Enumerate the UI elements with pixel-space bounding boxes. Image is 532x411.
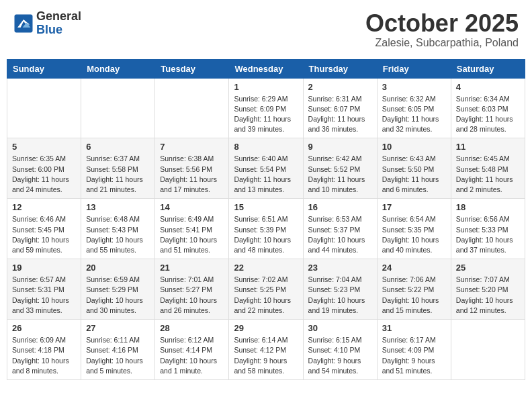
calendar-cell [7, 78, 81, 138]
day-header-sunday: Sunday [7, 59, 81, 78]
day-number: 24 [382, 263, 446, 273]
day-number: 25 [456, 263, 520, 273]
calendar-cell: 19Sunrise: 6:57 AM Sunset: 5:31 PM Dayli… [7, 259, 81, 320]
day-header-saturday: Saturday [451, 59, 525, 78]
calendar-cell: 26Sunrise: 6:09 AM Sunset: 4:18 PM Dayli… [7, 320, 81, 380]
day-info: Sunrise: 6:38 AM Sunset: 5:56 PM Dayligh… [160, 154, 224, 195]
calendar-cell: 8Sunrise: 6:40 AM Sunset: 5:54 PM Daylig… [229, 138, 303, 199]
day-number: 6 [86, 142, 150, 152]
day-number: 26 [12, 323, 76, 333]
day-number: 21 [160, 263, 224, 273]
day-number: 14 [160, 202, 224, 212]
calendar-cell: 10Sunrise: 6:43 AM Sunset: 5:50 PM Dayli… [377, 138, 451, 199]
calendar-cell: 9Sunrise: 6:42 AM Sunset: 5:52 PM Daylig… [303, 138, 377, 199]
calendar-cell: 5Sunrise: 6:35 AM Sunset: 6:00 PM Daylig… [7, 138, 81, 199]
calendar-cell [81, 78, 155, 138]
day-number: 12 [12, 202, 76, 212]
calendar-cell: 13Sunrise: 6:48 AM Sunset: 5:43 PM Dayli… [81, 199, 155, 259]
day-info: Sunrise: 6:57 AM Sunset: 5:31 PM Dayligh… [12, 275, 76, 316]
day-number: 2 [308, 82, 372, 92]
day-number: 28 [160, 323, 224, 333]
day-info: Sunrise: 6:11 AM Sunset: 4:16 PM Dayligh… [86, 335, 150, 376]
day-info: Sunrise: 6:56 AM Sunset: 5:33 PM Dayligh… [456, 214, 520, 255]
calendar-header-row: SundayMondayTuesdayWednesdayThursdayFrid… [7, 59, 525, 78]
calendar-cell: 31Sunrise: 6:17 AM Sunset: 4:09 PM Dayli… [377, 320, 451, 380]
day-number: 22 [234, 263, 298, 273]
logo-text: General Blue [36, 10, 81, 37]
day-header-tuesday: Tuesday [155, 59, 229, 78]
day-number: 1 [234, 82, 298, 92]
calendar-cell: 11Sunrise: 6:45 AM Sunset: 5:48 PM Dayli… [451, 138, 525, 199]
day-info: Sunrise: 6:37 AM Sunset: 5:58 PM Dayligh… [86, 154, 150, 195]
day-info: Sunrise: 7:01 AM Sunset: 5:27 PM Dayligh… [160, 275, 224, 316]
calendar-cell: 4Sunrise: 6:34 AM Sunset: 6:03 PM Daylig… [451, 78, 525, 138]
day-info: Sunrise: 7:04 AM Sunset: 5:23 PM Dayligh… [308, 275, 372, 316]
calendar-cell: 22Sunrise: 7:02 AM Sunset: 5:25 PM Dayli… [229, 259, 303, 320]
day-info: Sunrise: 6:46 AM Sunset: 5:45 PM Dayligh… [12, 214, 76, 255]
day-info: Sunrise: 6:42 AM Sunset: 5:52 PM Dayligh… [308, 154, 372, 195]
calendar-cell: 24Sunrise: 7:06 AM Sunset: 5:22 PM Dayli… [377, 259, 451, 320]
location-title: Zalesie, Subcarpathia, Poland [365, 37, 519, 49]
day-number: 19 [12, 263, 76, 273]
logo-blue: Blue [36, 24, 81, 37]
calendar-week-row: 12Sunrise: 6:46 AM Sunset: 5:45 PM Dayli… [7, 199, 525, 259]
day-info: Sunrise: 6:17 AM Sunset: 4:09 PM Dayligh… [382, 335, 446, 376]
svg-rect-0 [15, 14, 33, 32]
calendar-table: SundayMondayTuesdayWednesdayThursdayFrid… [7, 59, 525, 380]
day-number: 11 [456, 142, 520, 152]
calendar-week-row: 26Sunrise: 6:09 AM Sunset: 4:18 PM Dayli… [7, 320, 525, 380]
day-info: Sunrise: 6:09 AM Sunset: 4:18 PM Dayligh… [12, 335, 76, 376]
page-header: General Blue October 2025 Zalesie, Subca… [7, 7, 525, 52]
day-info: Sunrise: 6:53 AM Sunset: 5:37 PM Dayligh… [308, 214, 372, 255]
calendar-cell: 1Sunrise: 6:29 AM Sunset: 6:09 PM Daylig… [229, 78, 303, 138]
calendar-cell: 23Sunrise: 7:04 AM Sunset: 5:23 PM Dayli… [303, 259, 377, 320]
day-number: 20 [86, 263, 150, 273]
day-number: 31 [382, 323, 446, 333]
day-info: Sunrise: 6:15 AM Sunset: 4:10 PM Dayligh… [308, 335, 372, 376]
day-info: Sunrise: 6:59 AM Sunset: 5:29 PM Dayligh… [86, 275, 150, 316]
calendar-cell: 3Sunrise: 6:32 AM Sunset: 6:05 PM Daylig… [377, 78, 451, 138]
day-number: 3 [382, 82, 446, 92]
day-number: 23 [308, 263, 372, 273]
day-number: 16 [308, 202, 372, 212]
calendar-cell: 15Sunrise: 6:51 AM Sunset: 5:39 PM Dayli… [229, 199, 303, 259]
calendar-cell: 12Sunrise: 6:46 AM Sunset: 5:45 PM Dayli… [7, 199, 81, 259]
calendar-cell: 25Sunrise: 7:07 AM Sunset: 5:20 PM Dayli… [451, 259, 525, 320]
day-info: Sunrise: 7:06 AM Sunset: 5:22 PM Dayligh… [382, 275, 446, 316]
calendar-cell: 20Sunrise: 6:59 AM Sunset: 5:29 PM Dayli… [81, 259, 155, 320]
calendar-cell: 28Sunrise: 6:12 AM Sunset: 4:14 PM Dayli… [155, 320, 229, 380]
day-number: 5 [12, 142, 76, 152]
day-header-wednesday: Wednesday [229, 59, 303, 78]
day-info: Sunrise: 6:29 AM Sunset: 6:09 PM Dayligh… [234, 94, 298, 135]
calendar-week-row: 19Sunrise: 6:57 AM Sunset: 5:31 PM Dayli… [7, 259, 525, 320]
calendar-cell: 18Sunrise: 6:56 AM Sunset: 5:33 PM Dayli… [451, 199, 525, 259]
day-info: Sunrise: 6:40 AM Sunset: 5:54 PM Dayligh… [234, 154, 298, 195]
day-number: 7 [160, 142, 224, 152]
day-info: Sunrise: 6:31 AM Sunset: 6:07 PM Dayligh… [308, 94, 372, 135]
logo: General Blue [13, 10, 81, 37]
day-info: Sunrise: 6:35 AM Sunset: 6:00 PM Dayligh… [12, 154, 76, 195]
day-number: 15 [234, 202, 298, 212]
day-number: 27 [86, 323, 150, 333]
day-number: 9 [308, 142, 372, 152]
day-number: 8 [234, 142, 298, 152]
day-info: Sunrise: 6:43 AM Sunset: 5:50 PM Dayligh… [382, 154, 446, 195]
calendar-cell: 30Sunrise: 6:15 AM Sunset: 4:10 PM Dayli… [303, 320, 377, 380]
logo-icon [13, 13, 34, 34]
calendar-cell [451, 320, 525, 380]
day-info: Sunrise: 6:12 AM Sunset: 4:14 PM Dayligh… [160, 335, 224, 376]
day-header-thursday: Thursday [303, 59, 377, 78]
day-header-friday: Friday [377, 59, 451, 78]
calendar-cell: 14Sunrise: 6:49 AM Sunset: 5:41 PM Dayli… [155, 199, 229, 259]
calendar-cell [155, 78, 229, 138]
day-info: Sunrise: 6:34 AM Sunset: 6:03 PM Dayligh… [456, 94, 520, 135]
day-info: Sunrise: 6:14 AM Sunset: 4:12 PM Dayligh… [234, 335, 298, 376]
day-header-monday: Monday [81, 59, 155, 78]
day-number: 30 [308, 323, 372, 333]
calendar-cell: 29Sunrise: 6:14 AM Sunset: 4:12 PM Dayli… [229, 320, 303, 380]
day-info: Sunrise: 6:32 AM Sunset: 6:05 PM Dayligh… [382, 94, 446, 135]
logo-general: General [36, 10, 81, 24]
day-info: Sunrise: 6:49 AM Sunset: 5:41 PM Dayligh… [160, 214, 224, 255]
calendar-cell: 16Sunrise: 6:53 AM Sunset: 5:37 PM Dayli… [303, 199, 377, 259]
calendar-cell: 27Sunrise: 6:11 AM Sunset: 4:16 PM Dayli… [81, 320, 155, 380]
